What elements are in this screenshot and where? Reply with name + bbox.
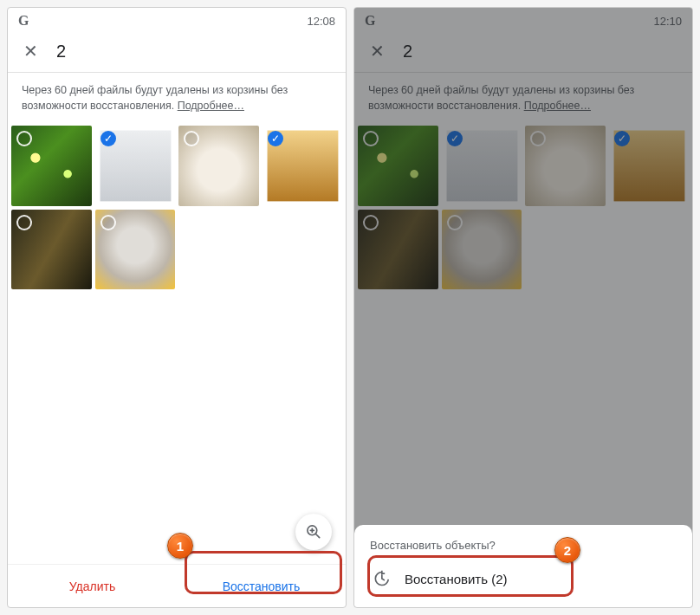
select-circle-icon[interactable]	[16, 215, 32, 230]
google-logo-icon: G	[18, 13, 29, 29]
photo-thumbnail[interactable]	[95, 210, 176, 290]
select-circle-icon[interactable]	[184, 131, 199, 146]
zoom-fab[interactable]	[295, 514, 332, 550]
selection-app-bar: ✕ 2	[8, 32, 346, 73]
restore-bottom-sheet: Восстановить объекты? Восстановить (2)	[354, 525, 692, 607]
checkmark-icon[interactable]: ✓	[100, 131, 116, 146]
svg-line-1	[316, 534, 320, 538]
status-bar: G 12:08	[8, 8, 346, 32]
restore-history-icon	[372, 569, 391, 588]
photo-thumbnail[interactable]	[178, 126, 259, 206]
phone-left: G 12:08 ✕ 2 Через 60 дней файлы будут уд…	[7, 7, 347, 608]
selection-count: 2	[56, 42, 66, 62]
sheet-action-label: Восстановить (2)	[405, 572, 508, 586]
modal-scrim[interactable]	[354, 8, 692, 607]
photo-grid: ✓✓	[8, 122, 346, 293]
select-circle-icon[interactable]	[100, 215, 116, 230]
status-time: 12:08	[307, 15, 335, 28]
restore-button[interactable]: Восстановить	[177, 565, 346, 607]
photo-thumbnail[interactable]: ✓	[95, 126, 176, 206]
zoom-in-icon	[305, 523, 322, 541]
select-circle-icon[interactable]	[16, 131, 32, 146]
trash-banner: Через 60 дней файлы будут удалены из кор…	[8, 73, 346, 122]
bottom-action-bar: Удалить Восстановить	[8, 564, 346, 607]
phone-right: G 12:10 ✕ 2 Через 60 дней файлы будут уд…	[353, 7, 693, 608]
photo-thumbnail[interactable]: ✓	[262, 126, 343, 206]
checkmark-icon[interactable]: ✓	[268, 131, 283, 146]
photo-thumbnail[interactable]	[11, 126, 92, 206]
close-icon[interactable]: ✕	[22, 41, 39, 62]
trash-banner-more-link[interactable]: Подробнее…	[178, 100, 244, 112]
sheet-title: Восстановить объекты?	[370, 539, 677, 552]
trash-banner-text: Через 60 дней файлы будут удалены из кор…	[22, 84, 288, 112]
spacer	[8, 293, 346, 564]
restore-confirm-button[interactable]: Восстановить (2)	[370, 564, 677, 595]
delete-button[interactable]: Удалить	[8, 565, 177, 607]
photo-thumbnail[interactable]	[11, 210, 92, 290]
